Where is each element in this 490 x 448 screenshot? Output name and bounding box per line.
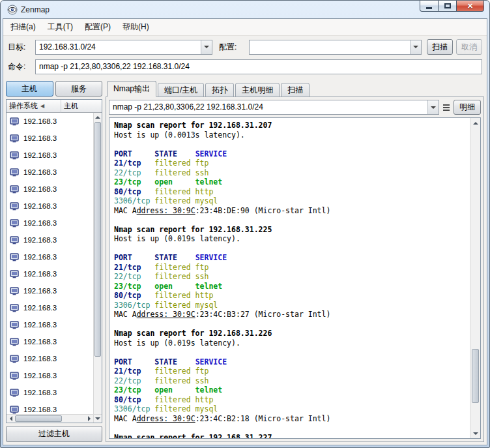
tab-nmap-output[interactable]: Nmap输出 xyxy=(107,81,156,97)
host-label: 192.168.3 xyxy=(23,185,66,193)
host-list-horizontal-scrollbar[interactable] xyxy=(7,415,93,423)
toolbar: 目标: 192.168.31.0/24 配置: 扫描 取消 命令: nmap -… xyxy=(3,36,487,79)
output-line xyxy=(114,215,470,225)
host-list-vertical-scrollbar[interactable] xyxy=(93,113,102,414)
menu-scan[interactable]: 扫描(a) xyxy=(5,20,42,35)
output-line: 22/tcp filtered ssh xyxy=(114,272,470,282)
host-row[interactable]: 192.168.3 xyxy=(7,113,93,130)
host-row[interactable]: 192.168.3 xyxy=(7,130,93,147)
host-os-icon xyxy=(10,117,19,126)
sort-icon: ◀ xyxy=(40,103,44,109)
host-row[interactable]: 192.168.3 xyxy=(7,231,93,248)
host-os-icon xyxy=(10,202,19,211)
tab-topology[interactable]: 拓扑 xyxy=(205,83,234,97)
host-row[interactable]: 192.168.3 xyxy=(7,384,93,401)
os-column-header[interactable]: 操作系统 ◀ xyxy=(7,100,61,113)
tab-scans[interactable]: 扫描 xyxy=(281,83,310,97)
host-row[interactable]: 192.168.3 xyxy=(7,198,93,215)
host-row[interactable]: 192.168.3 xyxy=(7,299,93,316)
host-row[interactable]: 192.168.3 xyxy=(7,147,93,164)
host-os-icon xyxy=(10,253,19,261)
host-os-icon xyxy=(10,219,19,228)
output-scroll-thumb[interactable] xyxy=(472,349,479,403)
host-list-body: 192.168.3192.168.3192.168.3192.168.3192.… xyxy=(7,113,102,414)
output-line: MAC Address: 30:9C:23:4C:B3:27 (Micro-st… xyxy=(114,310,470,320)
scan-button[interactable]: 扫描 xyxy=(427,39,453,55)
host-os-icon xyxy=(10,287,19,295)
host-row[interactable]: 192.168.3 xyxy=(7,282,93,299)
host-row[interactable]: 192.168.3 xyxy=(7,164,93,181)
output-line: 21/tcp filtered ftp xyxy=(114,158,470,168)
host-row[interactable]: 192.168.3 xyxy=(7,181,93,198)
details-button[interactable]: 明细 xyxy=(454,100,481,115)
output-line: PORT STATE SERVICE xyxy=(114,357,470,367)
scan-history-row: nmap -p 21,23,80,3306,22 192.168.31.0/24… xyxy=(109,100,481,115)
host-row[interactable]: 192.168.3 xyxy=(7,401,93,414)
host-column-header[interactable]: 主机 xyxy=(61,100,102,113)
scan-history-dropdown-icon[interactable] xyxy=(427,100,439,114)
host-os-icon xyxy=(10,389,19,397)
host-list-rows: 192.168.3192.168.3192.168.3192.168.3192.… xyxy=(7,113,93,414)
host-label: 192.168.3 xyxy=(23,287,66,295)
target-combo-value: 192.168.31.0/24 xyxy=(36,40,201,54)
output-line xyxy=(114,320,470,329)
nmap-output-text[interactable]: Nmap scan report for 192.168.31.207Host … xyxy=(109,118,470,438)
profile-combo-dropdown-icon[interactable] xyxy=(410,40,421,54)
host-list-footer xyxy=(7,414,102,423)
output-line: 22/tcp filtered ssh xyxy=(114,168,470,178)
output-line: 22/tcp filtered ssh xyxy=(114,376,470,386)
host-label: 192.168.3 xyxy=(23,202,66,210)
host-row[interactable]: 192.168.3 xyxy=(7,248,93,265)
vertical-scroll-thumb[interactable] xyxy=(94,122,101,357)
host-row[interactable]: 192.168.3 xyxy=(7,333,93,350)
scan-history-combo[interactable]: nmap -p 21,23,80,3306,22 192.168.31.0/24 xyxy=(109,100,439,115)
output-line xyxy=(114,244,470,254)
host-os-icon xyxy=(10,151,19,160)
horizontal-scroll-thumb[interactable] xyxy=(15,415,62,422)
host-label: 192.168.3 xyxy=(23,117,66,125)
scroll-up-icon[interactable] xyxy=(94,113,102,121)
host-row[interactable]: 192.168.3 xyxy=(7,350,93,367)
output-line: PORT STATE SERVICE xyxy=(114,253,470,263)
scroll-right-icon[interactable] xyxy=(85,415,93,423)
host-row[interactable]: 192.168.3 xyxy=(7,316,93,333)
host-label: 192.168.3 xyxy=(23,355,66,363)
minimize-button[interactable] xyxy=(420,1,439,12)
menu-tools[interactable]: 工具(T) xyxy=(42,20,79,35)
host-row[interactable]: 192.168.3 xyxy=(7,367,93,384)
host-label: 192.168.3 xyxy=(23,389,66,396)
maximize-button[interactable] xyxy=(438,1,457,12)
output-options-icon[interactable] xyxy=(442,101,451,114)
target-combo[interactable]: 192.168.31.0/24 xyxy=(35,40,212,55)
output-scroll-up-icon[interactable] xyxy=(470,118,480,128)
cancel-button[interactable]: 取消 xyxy=(456,39,482,55)
services-toggle-button[interactable]: 服务 xyxy=(55,81,103,97)
nmap-output-area: Nmap scan report for 192.168.31.207Host … xyxy=(109,117,481,439)
host-label: 192.168.3 xyxy=(23,338,66,346)
host-row[interactable]: 192.168.3 xyxy=(7,215,93,231)
hosts-toggle-button[interactable]: 主机 xyxy=(6,81,53,97)
scroll-down-icon[interactable] xyxy=(93,415,102,423)
host-os-icon xyxy=(10,236,19,245)
close-button[interactable]: ✕ xyxy=(456,1,484,12)
close-icon: ✕ xyxy=(467,2,473,10)
menu-help[interactable]: 帮助(H) xyxy=(117,20,155,35)
sidebar: 主机 服务 操作系统 ◀ 主机 192.168.3192.168.3192.16… xyxy=(6,81,102,442)
target-combo-dropdown-icon[interactable] xyxy=(201,40,212,54)
output-line: 23/tcp open telnet xyxy=(114,282,470,291)
output-scroll-down-icon[interactable] xyxy=(470,428,480,438)
profile-combo[interactable] xyxy=(249,40,422,55)
output-line: 3306/tcp filtered mysql xyxy=(114,301,470,310)
filter-hosts-button[interactable]: 过滤主机 xyxy=(6,426,102,442)
tab-host-details[interactable]: 主机明细 xyxy=(235,83,280,97)
scroll-left-icon[interactable] xyxy=(7,415,15,423)
tab-ports-hosts[interactable]: 端口/主机 xyxy=(158,83,204,97)
zenmap-app-icon xyxy=(7,5,18,15)
command-input[interactable]: nmap -p 21,23,80,3306,22 192.168.31.0/24 xyxy=(35,59,482,74)
menu-profile[interactable]: 配置(P) xyxy=(79,20,117,35)
output-line: Nmap scan report for 192.168.31.226 xyxy=(114,329,470,338)
host-label: 192.168.3 xyxy=(23,168,66,176)
output-line: 3306/tcp filtered mysql xyxy=(114,404,470,414)
host-row[interactable]: 192.168.3 xyxy=(7,265,93,282)
output-vertical-scrollbar[interactable] xyxy=(470,118,480,438)
